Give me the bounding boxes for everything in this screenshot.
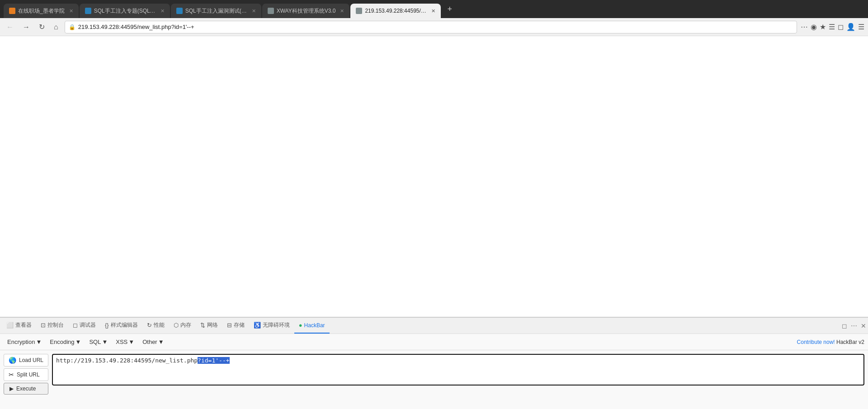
execute-label: Execute [16, 385, 36, 392]
tab-sync-icon[interactable]: ◻ [838, 23, 844, 31]
devtools-tab-debugger[interactable]: ◻调试器 [68, 318, 100, 334]
devtools-tab-network[interactable]: ⇅网络 [196, 318, 222, 334]
devtools-tab-memory[interactable]: ⬡内存 [169, 318, 196, 334]
hackbar-body: 🌎 Load URL ✂ Split URL ▶ Execute ⌞ [0, 350, 868, 409]
memory-icon: ⬡ [174, 322, 179, 329]
split-url-button[interactable]: ✂ Split URL [4, 368, 48, 381]
hackbar-buttons: 🌎 Load URL ✂ Split URL ▶ Execute [4, 354, 48, 409]
tab-close-button[interactable]: ✕ [252, 8, 256, 14]
pocket-icon[interactable]: ◉ [811, 23, 817, 31]
inspector-icon: ⬜ [6, 322, 14, 329]
forward-button[interactable]: → [20, 21, 33, 33]
menu-icon[interactable]: ☰ [858, 23, 864, 31]
nav-bar: ← → ↻ ⌂ 🔒 219.153.49.228:44595/new_list.… [0, 18, 868, 36]
tab-label: SQL手工注入专题(SQL Injectio... [94, 7, 156, 15]
url-path: 44595/new_list.php?id=1'--+ [121, 24, 194, 30]
tab-favicon [176, 8, 183, 14]
devtools-tab-label: 样式编辑器 [111, 321, 138, 329]
home-button[interactable]: ⌂ [51, 21, 61, 33]
devtools-tab-inspector[interactable]: ⬜查看器 [2, 318, 36, 334]
refresh-button[interactable]: ↻ [36, 21, 47, 33]
contribute-link[interactable]: Contribute now! [797, 339, 835, 345]
url-domain: 219.153.49.228: [78, 24, 121, 30]
back-button[interactable]: ← [4, 21, 16, 33]
devtools-tab-accessibility[interactable]: ♿无障碍环境 [249, 318, 294, 334]
devtools-tab-label: 内存 [180, 321, 191, 329]
page-content [0, 36, 868, 317]
account-icon[interactable]: 👤 [846, 23, 855, 31]
storage-icon: ⊟ [227, 322, 232, 329]
devtools-panel: ⬜查看器⊡控制台◻调试器{}样式编辑器↻性能⬡内存⇅网络⊟存储♿无障碍环境●Ha… [0, 317, 868, 409]
devtools-tab-label: 查看器 [15, 321, 32, 329]
bookmark-icon[interactable]: ★ [820, 23, 826, 31]
devtools-dock-icon[interactable]: ◻ [842, 322, 847, 329]
browser-tab-tab1[interactable]: 在线职场_墨者学院 ✕ [4, 4, 79, 18]
devtools-tab-hackbar[interactable]: ●HackBar [294, 318, 330, 334]
execute-button[interactable]: ▶ Execute [4, 383, 48, 395]
hackbar-version: HackBar v2 [836, 339, 864, 345]
devtools-tab-label: HackBar [304, 322, 325, 329]
tab-bar: 在线职场_墨者学院 ✕ SQL手工注入专题(SQL Injectio... ✕ … [4, 0, 442, 18]
browser-tab-tab4[interactable]: XWAY科技管理系统V3.0 ✕ [262, 4, 350, 18]
console-icon: ⊡ [41, 322, 46, 329]
dropdown-arrow-icon: ▼ [102, 338, 108, 345]
devtools-tab-console[interactable]: ⊡控制台 [36, 318, 68, 334]
url-textarea-container: ⌞ [52, 354, 864, 409]
url-text: 219.153.49.228:44595/new_list.php?id=1'-… [78, 24, 793, 30]
browser-tab-tab5[interactable]: 219.153.49.228:44595/new_list.p... ✕ [350, 4, 441, 18]
split-url-icon: ✂ [9, 371, 14, 378]
nav-right: ⋯ ◉ ★ ☰ ◻ 👤 ☰ [801, 23, 864, 31]
devtools-more-icon[interactable]: ⋯ [851, 322, 857, 329]
tab-label: 在线职场_墨者学院 [18, 7, 65, 15]
hackbar-contribute: Contribute now! HackBar v2 [797, 339, 864, 345]
devtools-tab-label: 控制台 [47, 321, 64, 329]
hackbar-area: Encryption▼Encoding▼SQL▼XSS▼Other▼ Contr… [0, 334, 868, 409]
hackbar-menu-label: Other [142, 338, 157, 345]
devtools-tab-storage[interactable]: ⊟存储 [222, 318, 249, 334]
devtools-tab-label: 存储 [234, 321, 245, 329]
devtools-tab-bar: ⬜查看器⊡控制台◻调试器{}样式编辑器↻性能⬡内存⇅网络⊟存储♿无障碍环境●Ha… [0, 318, 868, 334]
devtools-controls: ◻ ⋯ ✕ [842, 322, 866, 329]
load-url-button[interactable]: 🌎 Load URL [4, 354, 48, 367]
bookmarks-sidebar-icon[interactable]: ☰ [829, 23, 835, 31]
hackbar-icon: ● [299, 322, 302, 329]
tab-close-button[interactable]: ✕ [160, 8, 165, 14]
dropdown-arrow-icon: ▼ [158, 338, 164, 345]
new-tab-button[interactable]: + [443, 5, 456, 14]
devtools-tab-label: 无障碍环境 [263, 321, 290, 329]
browser-tab-tab3[interactable]: SQL手工注入漏洞测试(MySQL... ✕ [171, 4, 261, 18]
tab-label: SQL手工注入漏洞测试(MySQL... [185, 7, 247, 15]
hackbar-menu-encoding[interactable]: Encoding▼ [46, 337, 85, 347]
network-icon: ⇅ [200, 322, 205, 329]
hackbar-menu-xss[interactable]: XSS▼ [112, 337, 138, 347]
url-input[interactable] [52, 354, 864, 385]
devtools-tab-performance[interactable]: ↻性能 [142, 318, 169, 334]
devtools-tab-style-editor[interactable]: {}样式编辑器 [100, 318, 142, 334]
devtools-close-icon[interactable]: ✕ [861, 322, 866, 329]
tab-close-button[interactable]: ✕ [69, 8, 73, 14]
tab-label: XWAY科技管理系统V3.0 [277, 7, 336, 15]
more-options-icon[interactable]: ⋯ [801, 23, 808, 31]
split-url-label: Split URL [17, 371, 40, 378]
browser-tab-tab2[interactable]: SQL手工注入专题(SQL Injectio... ✕ [80, 4, 170, 18]
tab-favicon [9, 8, 15, 14]
style-editor-icon: {} [105, 322, 109, 329]
url-bar[interactable]: 🔒 219.153.49.228:44595/new_list.php?id=1… [65, 21, 797, 33]
hackbar-menu-label: SQL [89, 338, 101, 345]
hackbar-menu: Encryption▼Encoding▼SQL▼XSS▼Other▼ Contr… [0, 334, 868, 350]
tab-favicon [356, 8, 362, 14]
hackbar-menu-sql[interactable]: SQL▼ [85, 337, 111, 347]
tab-close-button[interactable]: ✕ [431, 8, 435, 14]
accessibility-icon: ♿ [254, 322, 261, 329]
tab-close-button[interactable]: ✕ [340, 8, 344, 14]
hackbar-menu-encryption[interactable]: Encryption▼ [4, 337, 45, 347]
execute-icon: ▶ [9, 385, 14, 392]
tab-favicon [85, 8, 91, 14]
load-url-label: Load URL [19, 357, 43, 363]
devtools-tab-label: 性能 [154, 321, 165, 329]
hackbar-menu-other[interactable]: Other▼ [139, 337, 167, 347]
hackbar-menu-label: Encryption [7, 338, 35, 345]
load-url-icon: 🌎 [9, 357, 16, 364]
dropdown-arrow-icon: ▼ [75, 338, 81, 345]
browser-chrome: 在线职场_墨者学院 ✕ SQL手工注入专题(SQL Injectio... ✕ … [0, 0, 868, 18]
